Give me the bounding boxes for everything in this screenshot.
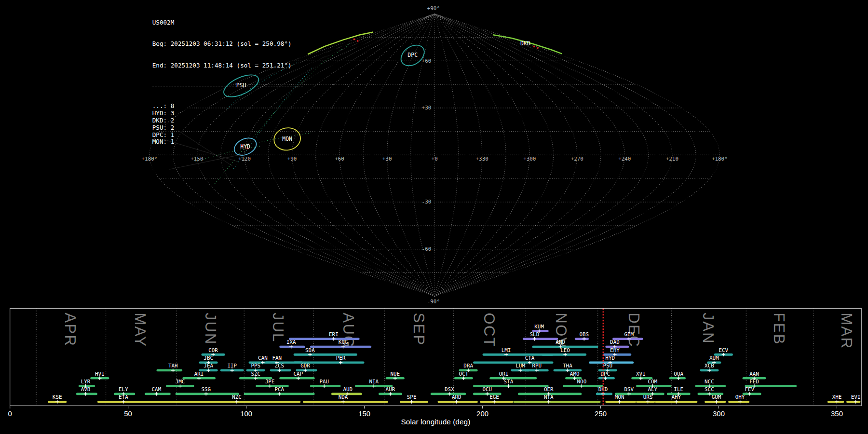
shower-code-label: IXA — [286, 339, 296, 345]
axis-tick-label: 300 — [713, 409, 725, 418]
shower-code-label: AVB — [81, 386, 91, 393]
latitude-label: -60 — [422, 246, 432, 252]
latitude-label: +60 — [422, 58, 432, 64]
axis-tick-label: 0 — [8, 409, 12, 418]
meteor-point-marker — [353, 39, 355, 40]
shower-code-label: DAD — [610, 339, 620, 345]
shower-code-label: NZC — [232, 394, 242, 400]
month-label: APR — [62, 313, 79, 347]
longitude-label: +270 — [571, 156, 583, 162]
shower-activity-bar — [289, 338, 360, 340]
shower-counts: ...: 8HYD: 3DKD: 2PSU: 2DPC: 1MON: 1 — [152, 102, 303, 146]
axis-tick-label: 200 — [476, 409, 488, 418]
month-label: MAY — [132, 313, 149, 348]
shower-count-row: DKD: 2 — [152, 117, 303, 124]
begin-time: Beg: 20251203 06:31:12 (sol = 250.98°) — [152, 41, 303, 48]
shower-code-label: CAP — [294, 371, 303, 377]
shower-count-row: DPC: 1 — [152, 131, 303, 138]
longitude-label: +30 — [382, 156, 392, 162]
longitude-label: +240 — [618, 156, 631, 162]
shower-code-label: DRA — [463, 363, 473, 369]
shower-code-label: CAN — [258, 355, 268, 361]
shower-code-label: KSE — [53, 394, 62, 400]
shower-count-row: MON: 1 — [152, 138, 303, 146]
shower-activity-bar — [400, 401, 428, 403]
axis-tick-label: 150 — [358, 409, 370, 418]
shower-code-label: KUM — [534, 324, 544, 330]
shower-code-label: EVI — [851, 394, 861, 400]
shower-code-label: AAN — [749, 371, 759, 377]
shower-activity-bar — [303, 401, 388, 403]
shower-code-label: HYD — [605, 355, 615, 361]
shower-code-label: OBS — [579, 331, 589, 338]
longitude-label: +60 — [335, 156, 344, 162]
shower-code-label: GEM — [624, 331, 634, 338]
shower-activity-bar — [636, 401, 655, 403]
shower-code-label: ALY — [648, 386, 657, 393]
shower-code-label: AND — [556, 339, 565, 345]
meteor-point-marker — [357, 40, 358, 41]
shower-activity-bar — [846, 401, 860, 403]
shower-code-label: DSV — [624, 386, 634, 393]
shower-code-label: ORI — [499, 371, 509, 377]
axis-tick-label: 100 — [240, 409, 252, 418]
latitude-label: -30 — [422, 199, 432, 205]
shower-code-label: OER — [544, 386, 554, 393]
shower-activity-bar — [743, 393, 761, 395]
radiant-label: DPC — [407, 52, 418, 58]
shower-code-label: TAH — [168, 363, 178, 369]
shower-code-label: NUE — [390, 371, 400, 377]
shower-code-label: PCA — [274, 386, 284, 393]
month-label: JUL — [270, 313, 286, 343]
shower-code-label: THA — [563, 363, 572, 369]
x-axis-title: Solar longitude (deg) — [401, 418, 471, 426]
shower-code-label: PSU — [603, 363, 612, 369]
shower-code-label: AUR — [386, 386, 395, 393]
shower-activity-bar — [575, 338, 589, 340]
shower-activity-bar — [480, 401, 514, 403]
shower-code-label: DSX — [445, 386, 454, 393]
month-label: MAR — [838, 313, 855, 350]
month-label: JUN — [202, 313, 219, 345]
shower-code-label: ERI — [329, 331, 339, 338]
shower-code-label: KCG — [339, 339, 348, 345]
month-label: OCT — [481, 313, 498, 348]
shower-code-label: XHE — [832, 394, 842, 400]
shower-code-label: XUM — [709, 355, 719, 361]
shower-code-label: JMC — [176, 379, 185, 385]
shower-code-label: ELY — [119, 386, 128, 393]
shower-code-label: LUM — [515, 363, 525, 369]
shower-code-label: NOO — [577, 379, 587, 385]
shower-activity-bar — [513, 401, 600, 403]
month-label: FEB — [771, 313, 787, 345]
shower-code-label: GDR — [300, 363, 310, 369]
shower-code-label: SSG — [201, 386, 211, 393]
shower-code-label: AUD — [343, 386, 353, 393]
longitude-label: +180° — [712, 156, 728, 162]
shower-activity-bar — [294, 353, 357, 356]
shower-code-label: MON — [615, 394, 624, 400]
shower-activity-bar — [523, 338, 558, 340]
shower-code-label: JBC — [203, 355, 213, 361]
latitude-label: +30 — [422, 105, 432, 111]
shower-code-label: CTA — [525, 355, 535, 361]
axis-tick-label: 50 — [124, 409, 132, 418]
meteor-trail — [308, 32, 373, 54]
meteor-point-marker — [537, 47, 538, 49]
shower-code-label: ETA — [119, 394, 128, 400]
shower-activity-bar — [156, 369, 182, 372]
shower-code-label: COR — [208, 347, 218, 353]
shower-code-label: GUM — [712, 394, 721, 400]
axis-tick-label: 350 — [831, 409, 843, 418]
header-divider — [152, 86, 303, 86]
shower-code-label: EHY — [610, 347, 620, 353]
shower-code-label: NCC — [705, 379, 714, 385]
month-label: SEP — [410, 313, 427, 346]
shower-count-row: PSU: 2 — [152, 124, 303, 131]
shower-activity-bar — [489, 377, 537, 380]
sky-and-timeline-plot: DPCPSUMONHYDDKD+180°+150+120+90+60+30+0+… — [0, 0, 868, 434]
shower-code-label: PPS — [251, 363, 260, 369]
shower-code-label: RPU — [532, 363, 542, 369]
shower-code-label: LEO — [560, 347, 570, 353]
shower-code-label: NIA — [369, 379, 379, 385]
